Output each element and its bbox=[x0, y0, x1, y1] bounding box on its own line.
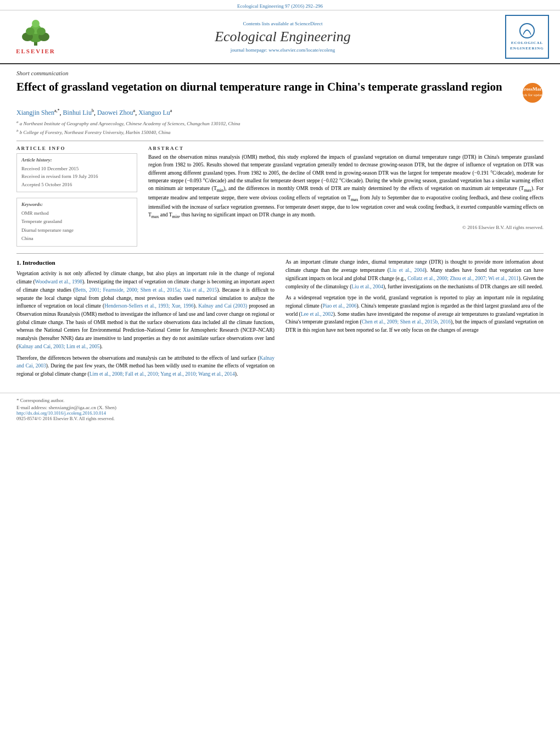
intro-para-3: As an important climate change index, di… bbox=[285, 258, 544, 291]
left-column: ARTICLE INFO Article history: Received 1… bbox=[16, 141, 137, 247]
received-date: Received 10 December 2015 bbox=[21, 165, 132, 172]
cite-liu2004b[interactable]: Liu et al., 2004 bbox=[351, 284, 383, 289]
section-1-title: 1. Introduction bbox=[16, 258, 275, 267]
cite-henderson[interactable]: Henderson-Sellers et al., 1993; Xue, 199… bbox=[104, 303, 194, 309]
intro-para-4: As a widespread vegetation type in the w… bbox=[285, 294, 544, 334]
affiliations: a a Northeast Institute of Geography and… bbox=[16, 119, 544, 136]
cite-lim-fall[interactable]: Lim et al., 2008; Fall et al., 2010; Yan… bbox=[89, 371, 235, 377]
affiliation-a: a a Northeast Institute of Geography and… bbox=[16, 119, 544, 128]
footer: * Corresponding author. E-mail address: … bbox=[0, 393, 560, 426]
affil-b-sup: b bbox=[92, 108, 94, 113]
corresponding-author-note: * Corresponding author. bbox=[16, 398, 544, 403]
author-zhou[interactable]: Daowei Zhou bbox=[97, 109, 133, 116]
body-right-col: As an important climate change index, di… bbox=[285, 258, 544, 381]
keywords-list: OMR method Temperate grassland Diurnal t… bbox=[21, 209, 132, 243]
keyword-2: Temperate grassland bbox=[21, 217, 132, 226]
article-info-heading: ARTICLE INFO bbox=[16, 146, 137, 151]
revised-date: Received in revised form 19 July 2016 bbox=[21, 172, 132, 180]
body-two-col: 1. Introduction Vegetation activity is n… bbox=[16, 258, 544, 381]
homepage-text: journal homepage: www.elsevier.com/locat… bbox=[231, 47, 335, 53]
page: Ecological Engineering 97 (2016) 292–296… bbox=[0, 0, 560, 742]
affil-a2-sup: a bbox=[133, 108, 136, 113]
history-label: Article history: bbox=[21, 157, 132, 163]
cite-kalnay-lim[interactable]: Kalnay and Cai, 2003; Lim et al., 2005 bbox=[18, 344, 99, 349]
journal-header: ELSEVIER Contents lists available at Sci… bbox=[0, 10, 560, 64]
cite-piao[interactable]: Piao et al., 2006 bbox=[322, 303, 356, 309]
svg-point-8 bbox=[520, 24, 534, 38]
author-lu[interactable]: Xianguo Lu bbox=[138, 109, 170, 116]
svg-point-6 bbox=[37, 27, 46, 35]
svg-text:click for updates: click for updates bbox=[522, 93, 544, 97]
intro-para-1: Vegetation activity is not only affected… bbox=[16, 270, 275, 350]
affil-a-sup: a,* bbox=[54, 108, 60, 113]
cite-chen-shen[interactable]: Chen et al., 2009; Shen et al., 2015b, 2… bbox=[362, 319, 451, 325]
crossmark-icon[interactable]: CrossMark click for updates bbox=[522, 82, 544, 104]
svg-text:CrossMark: CrossMark bbox=[522, 86, 544, 92]
sciencedirect-link[interactable]: Contents lists available at ScienceDirec… bbox=[60, 21, 505, 26]
doi-line[interactable]: http://dx.doi.org/10.1016/j.ecoleng.2016… bbox=[16, 410, 544, 416]
info-abstract-section: ARTICLE INFO Article history: Received 1… bbox=[16, 141, 544, 247]
journal-logo-badge: ECOLOGICALENGINEERING bbox=[505, 15, 549, 59]
journal-logo-text: ECOLOGICALENGINEERING bbox=[510, 41, 544, 51]
keyword-1: OMR method bbox=[21, 209, 132, 217]
article-history-block: Article history: Received 10 December 20… bbox=[16, 153, 137, 192]
elsevier-tree-icon bbox=[16, 19, 55, 47]
abstract-text: Based on the observation minus reanalysi… bbox=[148, 153, 544, 220]
authors-line: Xiangjin Shena,*, Binhui Liub, Daowei Zh… bbox=[16, 108, 544, 117]
sciencedirect-text: Contents lists available at ScienceDirec… bbox=[243, 21, 323, 26]
elsevier-label: ELSEVIER bbox=[16, 48, 55, 54]
copyright-text: © 2016 Elsevier B.V. All rights reserved… bbox=[148, 225, 544, 230]
accepted-date: Accepted 5 October 2016 bbox=[21, 181, 132, 188]
journal-logo-icon bbox=[519, 23, 535, 39]
keyword-3: Diurnal temperature range bbox=[21, 226, 132, 235]
journal-name: Ecological Engineering bbox=[60, 29, 505, 45]
body-left-col: 1. Introduction Vegetation activity is n… bbox=[16, 258, 275, 381]
article-title-row: Effect of grassland vegetation on diurna… bbox=[16, 80, 544, 104]
cite-lee[interactable]: Lee et al., 2002 bbox=[301, 311, 333, 317]
journal-citation-text: Ecological Engineering 97 (2016) 292–296 bbox=[237, 3, 323, 9]
keyword-4: China bbox=[21, 235, 132, 243]
email-line: E-mail address: shenxiangjin@iga.ac.cn (… bbox=[16, 405, 544, 410]
abstract-heading: ABSTRACT bbox=[148, 146, 544, 151]
introduction-section: 1. Introduction Vegetation activity is n… bbox=[16, 253, 544, 381]
cite-betts[interactable]: Betts, 2001; Fearnside, 2000; Shen et al… bbox=[75, 287, 217, 293]
issn-line: 0925-8574/© 2016 Elsevier B.V. All right… bbox=[16, 416, 544, 421]
svg-point-7 bbox=[32, 20, 40, 27]
author-shen[interactable]: Xiangjin Shen bbox=[16, 109, 54, 116]
affil-a3-sup: a bbox=[170, 108, 172, 113]
journal-citation-banner: Ecological Engineering 97 (2016) 292–296 bbox=[0, 0, 560, 10]
journal-title-center: Contents lists available at ScienceDirec… bbox=[60, 21, 505, 53]
keywords-label: Keywords: bbox=[21, 202, 132, 207]
affiliation-b: b b College of Forestry, Northeast Fores… bbox=[16, 128, 544, 137]
keywords-block: Keywords: OMR method Temperate grassland… bbox=[16, 198, 137, 247]
main-content: Short communication Effect of grassland … bbox=[0, 64, 560, 393]
cite-liu2004[interactable]: Liu et al., 2004 bbox=[389, 267, 425, 273]
article-type: Short communication bbox=[16, 70, 544, 76]
elsevier-logo: ELSEVIER bbox=[11, 19, 60, 54]
intro-para-2: Therefore, the differences between the o… bbox=[16, 354, 275, 378]
homepage-link[interactable]: journal homepage: www.elsevier.com/locat… bbox=[60, 47, 505, 53]
article-title: Effect of grassland vegetation on diurna… bbox=[16, 80, 516, 94]
svg-point-5 bbox=[26, 27, 35, 35]
cite-woodward[interactable]: Woodward et al., 1998 bbox=[35, 279, 82, 284]
cite-collatz[interactable]: Collatz et al., 2000; Zhou et al., 2007;… bbox=[407, 276, 519, 281]
right-column-abstract: ABSTRACT Based on the observation minus … bbox=[148, 141, 544, 247]
cite-kalnay2003[interactable]: Kalnay and Cai (2003) bbox=[198, 303, 247, 309]
cite-kalnay2003b[interactable]: Kalnay and Cai, 2003 bbox=[16, 355, 275, 369]
author-liu[interactable]: Binhui Liu bbox=[63, 109, 92, 116]
author-email[interactable]: shenxiangjin@iga.ac.cn bbox=[48, 405, 96, 410]
